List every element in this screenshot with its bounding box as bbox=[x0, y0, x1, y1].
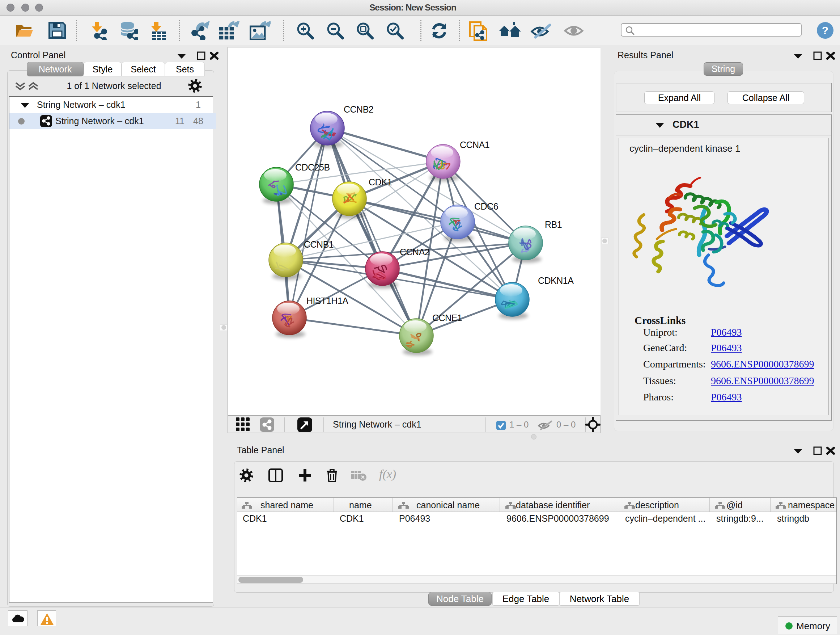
svg-text:CCNA2: CCNA2 bbox=[400, 247, 429, 257]
svg-text:CDC25B: CDC25B bbox=[295, 162, 330, 172]
svg-text:CCNE1: CCNE1 bbox=[432, 313, 462, 323]
svg-text:CDC6: CDC6 bbox=[474, 201, 498, 211]
svg-text:CCNB2: CCNB2 bbox=[344, 104, 373, 114]
svg-text:CDKN1A: CDKN1A bbox=[538, 276, 574, 286]
svg-text:?: ? bbox=[822, 24, 829, 36]
svg-text:RB1: RB1 bbox=[545, 219, 562, 230]
svg-text:CCNB1: CCNB1 bbox=[304, 239, 333, 249]
svg-text:CDK1: CDK1 bbox=[369, 177, 392, 187]
svg-text:CCNA1: CCNA1 bbox=[460, 140, 489, 150]
svg-text:HIST1H1A: HIST1H1A bbox=[306, 296, 348, 306]
